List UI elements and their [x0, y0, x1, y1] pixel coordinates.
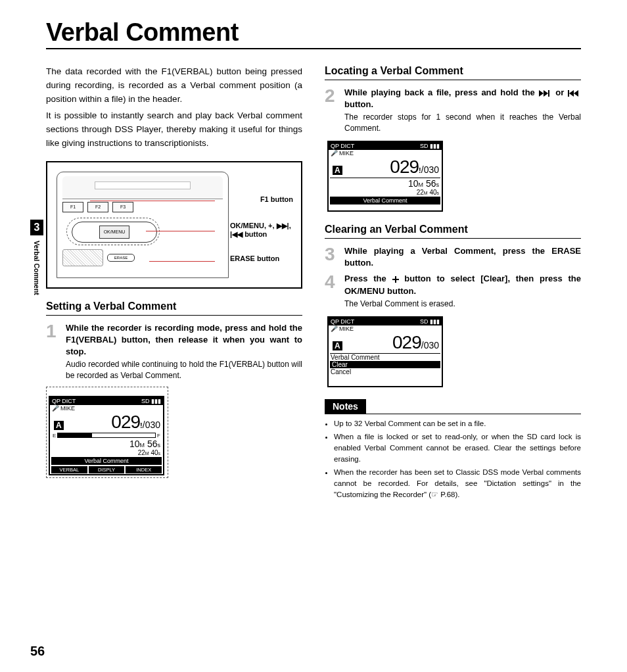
speaker-grille	[62, 249, 103, 266]
option-cancel: Cancel	[329, 368, 442, 375]
notes-heading: Notes	[325, 399, 366, 414]
chapter-tab: 3 Verbal Comment	[30, 220, 43, 302]
section-locating: Locating a Verbal Comment	[325, 65, 581, 80]
ffwd-icon	[539, 87, 552, 97]
svg-rect-2	[548, 90, 549, 97]
rew-icon	[568, 87, 581, 97]
page-number: 56	[30, 644, 45, 659]
f3-key: F3	[112, 202, 133, 212]
step4-text: Press the button to select [Clear], then…	[344, 274, 581, 295]
intro-paragraph-2: It is possible to instantly search and p…	[46, 109, 302, 151]
chapter-label: Verbal Comment	[33, 235, 41, 302]
svg-marker-0	[539, 90, 544, 97]
step1-text: While the recorder is recording mode, pr…	[66, 323, 302, 356]
step-number-1: 1	[46, 322, 59, 381]
page-title: Verbal Comment	[46, 18, 581, 49]
step3-text: While playing a Verbal Comment, press th…	[344, 246, 581, 268]
chapter-number: 3	[30, 220, 43, 235]
lcd-setting: QP DICT SD ▮▮▮ 🎤 MIKE A 029!/030 EF 10M …	[49, 396, 164, 475]
plus-icon	[392, 274, 399, 283]
intro-paragraph-1: The data recorded with the F1(VERBAL) bu…	[46, 65, 302, 107]
option-clear: Clear	[330, 361, 440, 368]
step-number-2: 2	[325, 87, 338, 134]
svg-marker-5	[574, 90, 578, 97]
f1-key: F1	[62, 202, 83, 212]
label-f1: F1 button	[260, 195, 293, 204]
step-number-3: 3	[325, 245, 338, 269]
device-diagram: F1 F2 F3 OK/MENU ERASE F1 button	[46, 161, 302, 289]
svg-marker-1	[544, 90, 548, 97]
step2-sub: The recorder stops for 1 second when it …	[344, 112, 581, 134]
f2-key: F2	[87, 202, 108, 212]
section-setting: Setting a Verbal Comment	[46, 300, 302, 316]
label-erase: ERASE button	[230, 254, 293, 263]
section-clearing: Clearing an Verbal Comment	[325, 224, 581, 239]
svg-marker-4	[569, 90, 574, 97]
step1-sub: Audio recorded while continuing to hold …	[66, 359, 302, 381]
svg-rect-3	[568, 90, 569, 97]
step-number-4: 4	[325, 273, 338, 309]
step4-sub: The Verbal Comment is erased.	[344, 299, 581, 310]
erase-key: ERASE	[107, 254, 135, 262]
ok-menu-key: OK/MENU	[99, 226, 129, 239]
svg-rect-7	[392, 279, 399, 280]
lcd-locating: QP DICT SD ▮▮▮ 🎤 MIKE A 029!/030 10M 56s…	[327, 141, 443, 212]
lcd-clearing: QP DICT SD ▮▮▮ 🎤 MIKE A 029/030 Verbal C…	[327, 316, 443, 387]
label-okmenu: OK/MENU, +, ▶▶|, |◀◀ button	[230, 222, 293, 239]
step2-text: While playing back a file, press and hol…	[344, 87, 581, 109]
notes-list: Up to 32 Verbal Comment can be set in a …	[325, 418, 581, 500]
